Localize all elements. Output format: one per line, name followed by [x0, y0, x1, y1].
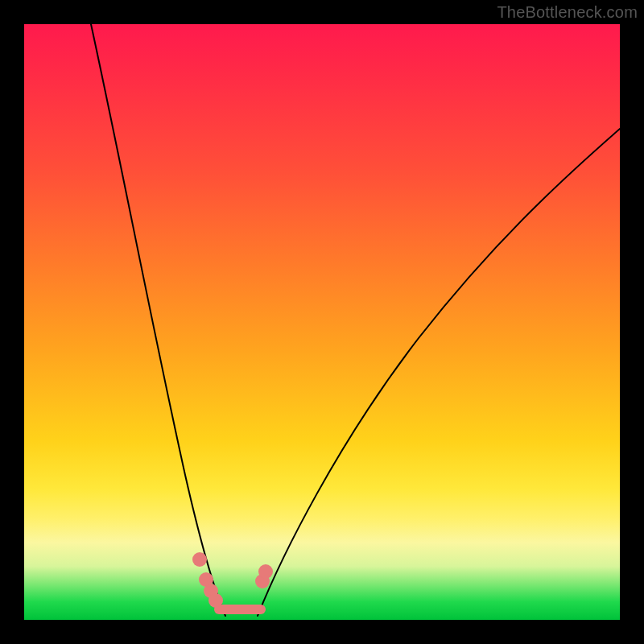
- highlight-dot: [258, 564, 273, 579]
- valley-baseline-highlight: [214, 605, 266, 614]
- curve-left-branch: [91, 24, 225, 616]
- highlight-dot: [208, 593, 223, 608]
- watermark-text: TheBottleneck.com: [497, 3, 638, 22]
- gradient-plot-area: [24, 24, 620, 620]
- frame: TheBottleneck.com: [0, 0, 644, 644]
- curve-right-branch: [258, 129, 620, 616]
- highlight-dot: [192, 552, 207, 567]
- curve-overlay: [24, 24, 620, 620]
